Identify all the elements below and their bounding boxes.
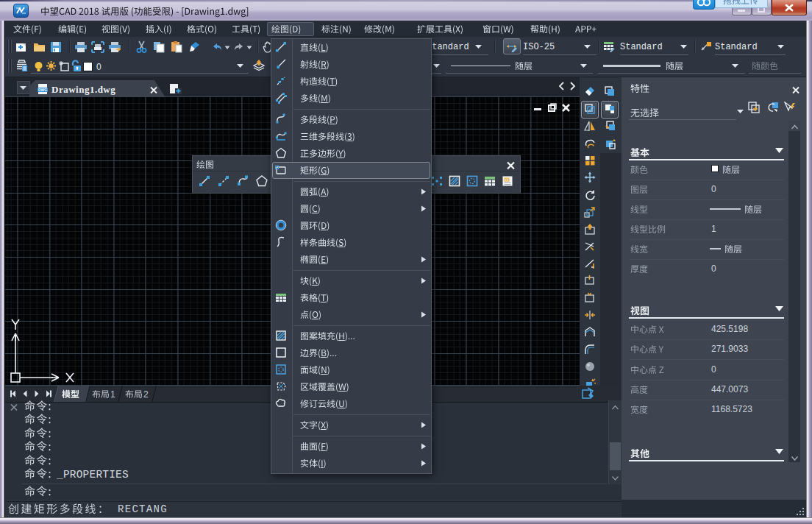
- svg-text:DWG: DWG: [38, 88, 47, 92]
